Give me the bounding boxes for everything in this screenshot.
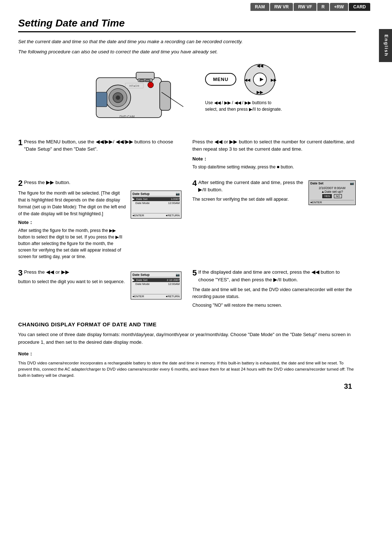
step-3-screen-title: Date Setup xyxy=(132,273,150,277)
step-2-note-label: Note： xyxy=(18,220,33,225)
step-2: 2 Press the ▶▶ button. The figure for th… xyxy=(18,179,181,260)
main-content: Setting Date and Time Set the current da… xyxy=(0,14,392,401)
step-3-sub: button to select the digit you want to s… xyxy=(18,278,128,285)
svg-rect-19 xyxy=(257,77,258,82)
top-nav: RAM RW VR RW VF R +RW CARD xyxy=(0,0,392,14)
step-2-screen-icon: 📷 xyxy=(176,192,180,196)
nav-control-illustration: ◀◀ ▶▶ ◀◀ ▶▶ xyxy=(244,63,276,96)
step-4-screen-cam-icon: 📷 xyxy=(350,181,354,185)
step-4-screen-footer: ●ENTER xyxy=(310,201,322,204)
svg-text:▶▶: ▶▶ xyxy=(257,90,264,95)
step-2-screen-title: Date Setup xyxy=(132,192,150,196)
step-4-number: 4 xyxy=(192,179,197,188)
step-1-text: Press the MENU button, use the ◀◀/▶▶/ ◀◀… xyxy=(24,138,181,153)
step-3-screen-row-2: Date Mode 12:00AM xyxy=(132,282,180,286)
step-3-screen-icon: 📷 xyxy=(176,273,180,277)
svg-rect-21 xyxy=(258,77,260,82)
side-language-label: English xyxy=(379,29,392,62)
step-3-screen: Date Setup 📷 ▶ Date Set 2 10 2007 Date M… xyxy=(131,272,181,299)
svg-rect-5 xyxy=(136,72,154,79)
tab-plusrw[interactable]: +RW xyxy=(330,3,348,11)
step-5-number: 5 xyxy=(192,269,197,277)
controls-caption: Use ◀◀ / ▶▶ / ◀◀ / ▶▶ buttons to select,… xyxy=(205,99,285,113)
step-3-right-note-label: Note： xyxy=(192,156,208,162)
svg-text:▶▶: ▶▶ xyxy=(271,78,276,82)
camera-illustration: HIT●CHI DVD CAM xyxy=(89,63,191,130)
step-4-screen-date: 2/10/2007 8:00AM xyxy=(310,186,354,190)
svg-rect-11 xyxy=(140,79,144,82)
svg-rect-9 xyxy=(96,92,107,107)
svg-text:◀◀: ◀◀ xyxy=(257,63,264,68)
section-heading: Changing Display Format of Date and Time xyxy=(18,321,356,327)
step-2-screen-row-2: Date Mode 12:00AM xyxy=(132,201,180,205)
intro-paragraph-2: The following procedure can also be used… xyxy=(18,48,356,56)
step-2-screen-footer: ●ENTER ●RETURN xyxy=(132,213,180,217)
menu-button-illustration: MENU xyxy=(205,73,236,86)
step-3: 3 Press the ◀◀ or ▶▶ button to select th… xyxy=(18,269,181,309)
step-5-sub1: The date and time will be set, and the D… xyxy=(192,286,356,300)
bottom-note-text: This DVD video camera/recorder incorpora… xyxy=(18,360,356,379)
svg-rect-7 xyxy=(160,81,171,110)
step-4-screen: Date Set 📷 2/10/2007 8:00AM ▲Date set up… xyxy=(309,180,356,205)
step-5-sub2: Choosing "NO" will restore the menu scre… xyxy=(192,302,356,309)
step-2-text: Press the ▶▶ button. xyxy=(24,180,70,185)
svg-rect-12 xyxy=(146,79,150,82)
step-3-right-note: To stop date/time setting midway, press … xyxy=(192,164,356,170)
step-4-sub: The screen for verifying the set date wi… xyxy=(192,196,306,203)
step-1: 1 Press the MENU button, use the ◀◀/▶▶/ … xyxy=(18,138,181,171)
steps-container: 1 Press the MENU button, use the ◀◀/▶▶/ … xyxy=(18,138,356,314)
controls-area: MENU ◀◀ xyxy=(205,63,285,113)
page-title: Setting Date and Time xyxy=(18,17,356,32)
step-3-text: Press the ◀◀ or ▶▶ xyxy=(24,269,69,275)
step-4-screen-confirm: ▲Date set up? xyxy=(310,190,354,193)
intro-paragraph-1: Set the current date and time so that th… xyxy=(18,38,356,45)
section-text: You can select one of three date display… xyxy=(18,331,356,346)
step-2-number: 2 xyxy=(18,179,23,188)
step-4-yes-btn: YES xyxy=(322,194,332,198)
step-3-number: 3 xyxy=(18,269,23,277)
step-3-screen-row-1: ▶ Date Set 2 10 2007 xyxy=(132,278,180,282)
bottom-note-label: Note： xyxy=(18,351,33,356)
bottom-note-container: Note： This DVD video camera/recorder inc… xyxy=(18,351,356,379)
illustration-area: HIT●CHI DVD CAM MENU xyxy=(18,63,356,130)
tab-ram[interactable]: RAM xyxy=(250,3,269,11)
page-number: 31 xyxy=(18,382,356,391)
svg-point-4 xyxy=(116,95,120,100)
step-2-screen-row-1: ▶ Date Set 1/2007 xyxy=(132,197,180,201)
tab-rwvr[interactable]: RW VR xyxy=(270,3,293,11)
step-3-right-text: Press the ◀◀ or ▶▶ button to select the … xyxy=(192,138,356,153)
svg-text:DVD CAM: DVD CAM xyxy=(119,115,135,118)
svg-text:HIT●CHI: HIT●CHI xyxy=(129,85,139,87)
step-1-number: 1 xyxy=(18,138,23,147)
svg-text:◀◀: ◀◀ xyxy=(244,78,250,82)
tab-rwvf[interactable]: RW VF xyxy=(294,3,316,11)
step-5: 5 If the displayed date and time are cor… xyxy=(192,269,356,309)
step-2-note: After setting the figure for the month, … xyxy=(18,227,127,260)
menu-button-container: MENU ◀◀ xyxy=(205,63,276,96)
step-3-screen-footer: ●ENTER ●RETURN xyxy=(132,294,180,298)
step-2-sub: The figure for the month will be selecte… xyxy=(18,190,127,217)
tab-card[interactable]: CARD xyxy=(349,3,370,11)
step-2-screen: Date Setup 📷 ▶ Date Set 1/2007 Date Mode xyxy=(131,191,181,219)
step-5-text: If the displayed date and time are corre… xyxy=(198,269,340,282)
svg-point-10 xyxy=(148,82,154,88)
step-3-right: Press the ◀◀ or ▶▶ button to select the … xyxy=(192,138,356,171)
step-4-text: After setting the current date and time,… xyxy=(198,180,303,192)
step-4-no-btn: NO xyxy=(334,194,342,198)
tab-r[interactable]: R xyxy=(317,3,329,11)
step-4-screen-title: Date Set xyxy=(310,181,323,185)
step-4: 4 After setting the current date and tim… xyxy=(192,179,356,260)
